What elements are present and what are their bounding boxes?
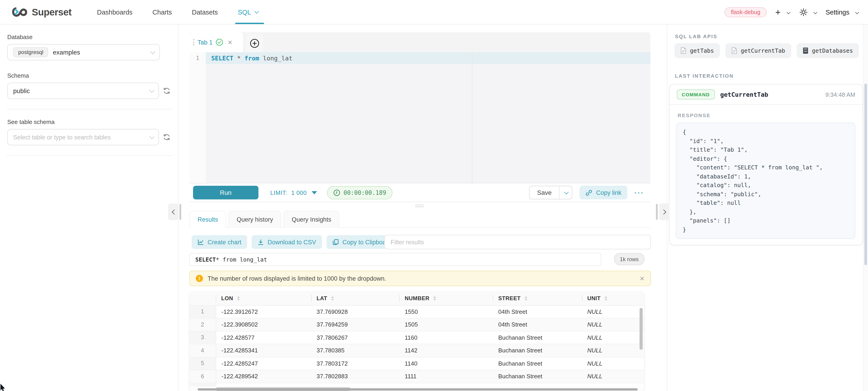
results-tabbar: Results Query history Query Insights — [189, 211, 651, 228]
table-row-partial — [189, 383, 644, 387]
table-select-placeholder: Select table or type to search tables — [13, 134, 111, 140]
sort-icon — [525, 296, 527, 301]
tab-query-history[interactable]: Query history — [228, 211, 281, 228]
chevron-down-icon[interactable] — [813, 10, 817, 14]
collapse-right-panel-button[interactable] — [659, 203, 670, 220]
last-interaction-title: LAST INTERACTION — [675, 73, 734, 78]
col-header-unit[interactable]: UNIT — [582, 292, 644, 305]
sun-theme-icon[interactable] — [799, 8, 807, 16]
plus-icon[interactable]: + — [775, 7, 781, 17]
database-value: examples — [53, 48, 80, 56]
create-chart-label: Create chart — [208, 239, 241, 246]
chevron-down-icon — [149, 134, 155, 139]
settings-menu[interactable]: Settings — [826, 8, 849, 16]
run-query-button[interactable]: Run — [193, 186, 258, 199]
panel-scrollbar[interactable] — [863, 25, 868, 391]
table-header-row: LON LAT NUMBER STREET UNIT — [189, 292, 644, 305]
table-row[interactable]: 5 -122.428524737.7803172 1140Buchanan St… — [189, 357, 644, 370]
panel-drag-bar[interactable] — [656, 204, 658, 220]
environment-badge: flask-debug — [725, 7, 767, 17]
app-logo[interactable]: Superset — [12, 7, 71, 18]
nav-sql[interactable]: SQL — [238, 0, 257, 24]
table-row[interactable]: 3 -122.42857737.7806267 1160Buchanan Str… — [189, 331, 644, 344]
sqllab-main: Tab 1 ✕ 1 SELECT * from long_lat Run — [179, 25, 667, 391]
refresh-icon[interactable] — [163, 133, 171, 141]
table-select[interactable]: Select table or type to search tables — [7, 129, 159, 145]
getdatabases-button[interactable]: getDatabases — [797, 43, 859, 58]
row-number-header — [189, 292, 216, 305]
sort-icon — [331, 296, 334, 301]
query-tab[interactable]: Tab 1 ✕ — [189, 32, 243, 52]
page-facing-up-icon — [731, 47, 737, 54]
save-button[interactable]: Save — [529, 186, 559, 199]
database-label: Database — [7, 34, 171, 40]
caret-down-icon — [312, 191, 317, 194]
chevron-down-icon[interactable] — [855, 10, 859, 14]
tab-results[interactable]: Results — [189, 211, 226, 228]
table-row[interactable]: 6 -122.428954237.7802883 1111Buchanan St… — [189, 370, 644, 383]
run-toolbar: Run LIMIT: 1 000 00:00:00.189 Save — [189, 183, 650, 202]
filter-results-input[interactable] — [384, 235, 651, 249]
nav-dashboards[interactable]: Dashboards — [97, 0, 132, 24]
getcurrenttab-button[interactable]: getCurrentTab — [725, 43, 791, 58]
nav-charts[interactable]: Charts — [152, 0, 172, 24]
plus-circle-icon — [250, 38, 259, 48]
query-timer: 00:00:00.189 — [327, 186, 393, 199]
schema-select[interactable]: public — [7, 83, 159, 99]
drag-handle-icon[interactable] — [193, 39, 194, 45]
link-icon — [586, 189, 592, 196]
chevron-down-icon[interactable] — [786, 10, 790, 14]
last-interaction-card: COMMAND getCurrentTab 9:34:48 AM RESPONS… — [669, 84, 863, 245]
navbar: Superset Dashboards Charts Datasets SQL … — [0, 0, 868, 25]
line-number: 1 — [189, 52, 206, 64]
divider — [6, 155, 172, 156]
table-row[interactable]: 2 -122.390850237.7694259 150504th Street… — [189, 318, 644, 331]
save-options-caret[interactable] — [559, 186, 572, 199]
copy-link-button[interactable]: Copy link — [580, 186, 627, 199]
chevron-right-icon — [661, 209, 666, 215]
app-root: Superset Dashboards Charts Datasets SQL … — [0, 0, 868, 391]
col-header-lat[interactable]: LAT — [311, 292, 399, 305]
close-tab-icon[interactable]: ✕ — [227, 39, 232, 46]
table-row[interactable]: 1 -122.391267237.7690928 155004th Street… — [189, 305, 644, 318]
download-csv-button[interactable]: Download to CSV — [252, 235, 322, 249]
close-icon[interactable]: ✕ — [640, 275, 645, 282]
table-vertical-scrollbar[interactable] — [640, 308, 643, 350]
api-buttons: getTabs getCurrentTab getDatabases — [675, 43, 859, 58]
sqllab-api-panel: SQL LAB APIS getTabs getCurrentTab getDa… — [667, 25, 868, 391]
response-code-block: { "id": "1", "title": "Tab 1", "editor":… — [676, 123, 855, 239]
pane-resize-grip[interactable] — [415, 205, 424, 208]
gettabs-button[interactable]: getTabs — [675, 43, 720, 58]
query-preview[interactable]: SELECT * from long_lat — [189, 253, 601, 266]
response-label: RESPONSE — [678, 112, 863, 118]
more-options-button[interactable]: ··· — [634, 189, 644, 196]
create-chart-button[interactable]: Create chart — [192, 235, 247, 249]
schema-value: public — [13, 87, 30, 94]
table-row[interactable]: 4 -122.428534137.780385 1142Buchanan Str… — [189, 344, 644, 357]
limit-dropdown[interactable]: LIMIT: 1 000 — [270, 189, 317, 196]
page-facing-up-icon — [680, 47, 686, 54]
superset-logo-icon — [12, 7, 28, 18]
copy-icon — [333, 239, 339, 245]
nav-datasets[interactable]: Datasets — [192, 0, 218, 24]
collapse-left-panel-button[interactable] — [168, 203, 179, 220]
sort-icon — [604, 296, 607, 301]
results-table-wrap: LON LAT NUMBER STREET UNIT 1 -122.391267… — [189, 292, 644, 391]
table-schema-label: See table schema — [7, 119, 171, 125]
col-header-street[interactable]: STREET — [493, 292, 582, 305]
refresh-icon[interactable] — [163, 87, 171, 95]
sqllab-left-sidebar: Database postgresql examples Schema publ… — [0, 25, 179, 391]
add-tab-button[interactable] — [246, 34, 263, 52]
chevron-down-icon — [150, 49, 156, 54]
tab-query-insights[interactable]: Query Insights — [284, 211, 340, 228]
active-tab-underline — [235, 23, 264, 24]
save-split-button: Save — [529, 186, 572, 199]
sql-editor[interactable]: 1 SELECT * from long_lat — [189, 52, 650, 183]
print-margin-line — [472, 52, 472, 183]
database-select[interactable]: postgresql examples — [7, 44, 160, 60]
sidebar-drag-bar[interactable] — [179, 204, 181, 220]
col-header-lon[interactable]: LON — [216, 292, 311, 305]
col-header-number[interactable]: NUMBER — [399, 292, 493, 305]
page-horizontal-scrollbar[interactable] — [197, 388, 638, 391]
mouse-cursor — [0, 384, 6, 391]
